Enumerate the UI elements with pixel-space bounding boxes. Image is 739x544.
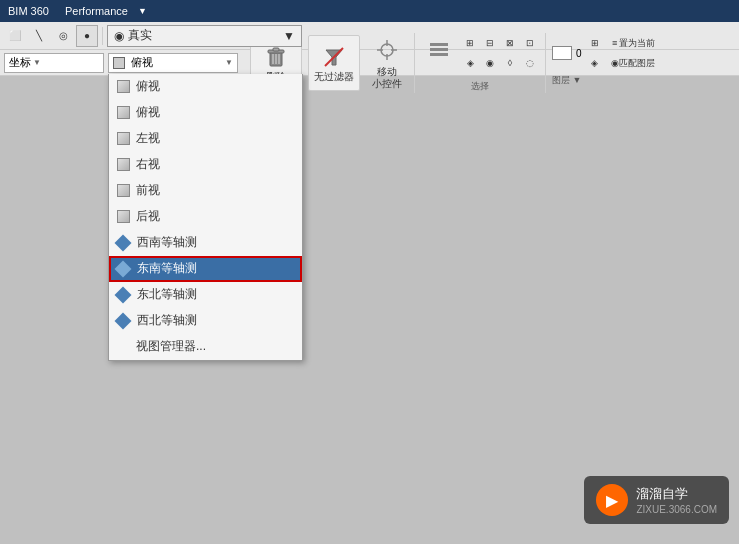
- coord-dropdown[interactable]: 坐标 ▼: [4, 53, 104, 73]
- toolbar-icon-1[interactable]: ⬜: [4, 25, 26, 47]
- view-icon-top2: [117, 106, 130, 119]
- svg-rect-13: [430, 43, 448, 46]
- layer-tool-3[interactable]: ⊠: [501, 34, 519, 52]
- view-selector-area: 俯视 ▼ 俯视 俯视 左视 右视 前视: [108, 53, 238, 73]
- select-buttons: ⊞ ⊟ ⊠ ⊡ ◈ ◉ ◊ ◌: [421, 28, 539, 78]
- ribbon-right: 删除 无过滤器 移动 小控件: [250, 28, 735, 97]
- layer-tools-row2: ◈ ◉ ◊ ◌: [461, 54, 539, 72]
- visual-style-chevron: ▼: [283, 29, 295, 43]
- color-box[interactable]: [552, 46, 572, 60]
- svg-rect-2: [273, 48, 279, 51]
- divider-2: [414, 33, 415, 93]
- toolbar-icon-2[interactable]: ╲: [28, 25, 50, 47]
- layer-tools-row1: ⊞ ⊟ ⊠ ⊡: [461, 34, 539, 52]
- move-label: 移动 小控件: [372, 66, 402, 90]
- toolbar-icon-3[interactable]: ◎: [52, 25, 74, 47]
- toolbar-row2: 坐标 ▼ 俯视 ▼ 俯视 俯视 左视 右视: [0, 50, 739, 76]
- move-icon: [373, 36, 401, 64]
- watermark-play-icon: ▶: [606, 491, 618, 510]
- visual-style-icon: ◉: [114, 29, 124, 43]
- view-item-manager[interactable]: 视图管理器...: [109, 334, 302, 360]
- view-dropdown-btn[interactable]: 俯视 ▼: [108, 53, 238, 73]
- no-filter-button[interactable]: 无过滤器: [308, 35, 360, 91]
- view-item-front[interactable]: 前视: [109, 178, 302, 204]
- watermark: ▶ 溜溜自学 ZIXUE.3066.COM: [584, 476, 729, 524]
- layer-right-buttons: 0 ⊞ ≡ 置为当前 ◈ ◉ 匹配图层: [552, 34, 735, 72]
- view-icon-back: [117, 210, 130, 223]
- divider-3: [545, 33, 546, 93]
- view-icon-manager: [117, 340, 130, 353]
- layer-tools: ⊞ ⊟ ⊠ ⊡ ◈ ◉ ◊ ◌: [461, 34, 539, 72]
- view-item-ne-iso[interactable]: 东北等轴测: [109, 282, 302, 308]
- no-filter-label: 无过滤器: [314, 71, 354, 83]
- layer-tool-8[interactable]: ◌: [521, 54, 539, 72]
- no-filter-icon: [320, 43, 348, 71]
- diamond-icon-ne: [115, 286, 132, 303]
- view-icon-top1: [117, 80, 130, 93]
- view-chevron: ▼: [225, 58, 233, 67]
- right-tools: ⊞ ≡ 置为当前 ◈ ◉ 匹配图层: [586, 34, 648, 72]
- right-tools-row2: ◈ ◉ 匹配图层: [586, 54, 648, 72]
- watermark-logo: ▶: [596, 484, 628, 516]
- coord-label: 坐标: [9, 55, 31, 70]
- view-item-left[interactable]: 左视: [109, 126, 302, 152]
- layer-props-icon: [427, 40, 451, 66]
- layer-tool-4[interactable]: ⊡: [521, 34, 539, 52]
- set-current-btn[interactable]: 置为当前: [626, 34, 648, 52]
- select-section-label: 选择: [471, 80, 489, 93]
- right-tool-3[interactable]: ◈: [586, 54, 604, 72]
- diamond-icon-sw: [115, 234, 132, 251]
- watermark-url: ZIXUE.3066.COM: [636, 504, 717, 515]
- view-item-top1[interactable]: 俯视: [109, 74, 302, 100]
- svg-rect-15: [430, 53, 448, 56]
- view-item-back[interactable]: 后视: [109, 204, 302, 230]
- layer-tool-1[interactable]: ⊞: [461, 34, 479, 52]
- view-item-top2[interactable]: 俯视: [109, 100, 302, 126]
- view-item-se-iso[interactable]: 东南等轴测: [109, 256, 302, 282]
- visual-style-dropdown[interactable]: ◉ 真实 ▼: [107, 25, 302, 47]
- right-tool-1[interactable]: ⊞: [586, 34, 604, 52]
- title-bar: BIM 360 Performance ▼: [0, 0, 739, 22]
- view-small-icon: [113, 57, 125, 69]
- view-item-right[interactable]: 右视: [109, 152, 302, 178]
- layer-right-section: 0 ⊞ ≡ 置为当前 ◈ ◉ 匹配图层 图层 ▼: [552, 34, 735, 91]
- view-label: 俯视: [131, 55, 153, 70]
- watermark-text-area: 溜溜自学 ZIXUE.3066.COM: [636, 485, 717, 514]
- title-icon[interactable]: ▼: [138, 6, 147, 16]
- svg-rect-14: [430, 48, 448, 51]
- view-dropdown-menu: 俯视 俯视 左视 右视 前视 后视: [108, 74, 303, 361]
- layer-label: 图层 ▼: [552, 74, 735, 87]
- view-icon-front: [117, 184, 130, 197]
- right-tools-row1: ⊞ ≡ 置为当前: [586, 34, 648, 52]
- match-layer-btn[interactable]: 匹配图层: [626, 54, 648, 72]
- layer-tool-5[interactable]: ◈: [461, 54, 479, 72]
- view-icon-left: [117, 132, 130, 145]
- layer-properties-button[interactable]: [421, 28, 457, 78]
- coord-chevron: ▼: [33, 58, 41, 67]
- layer-tool-6[interactable]: ◉: [481, 54, 499, 72]
- view-item-sw-iso[interactable]: 西南等轴测: [109, 230, 302, 256]
- layer-tool-2[interactable]: ⊟: [481, 34, 499, 52]
- diamond-icon-nw: [115, 312, 132, 329]
- layer-tool-7[interactable]: ◊: [501, 54, 519, 72]
- select-section: ⊞ ⊟ ⊠ ⊡ ◈ ◉ ◊ ◌ 选择: [421, 28, 539, 97]
- divider-1: [102, 27, 103, 45]
- app-title: BIM 360: [8, 5, 49, 17]
- visual-style-area: ◉ 真实 ▼: [107, 25, 302, 47]
- view-icon-right: [117, 158, 130, 171]
- zero-label: 0: [576, 48, 582, 59]
- module-title: Performance: [65, 5, 128, 17]
- view-item-nw-iso[interactable]: 西北等轴测: [109, 308, 302, 334]
- toolbar-icon-4[interactable]: ●: [76, 25, 98, 47]
- watermark-site: 溜溜自学: [636, 485, 717, 503]
- move-widget-button[interactable]: 移动 小控件: [366, 35, 408, 91]
- visual-style-label: 真实: [128, 27, 152, 44]
- diamond-icon-se: [115, 260, 132, 277]
